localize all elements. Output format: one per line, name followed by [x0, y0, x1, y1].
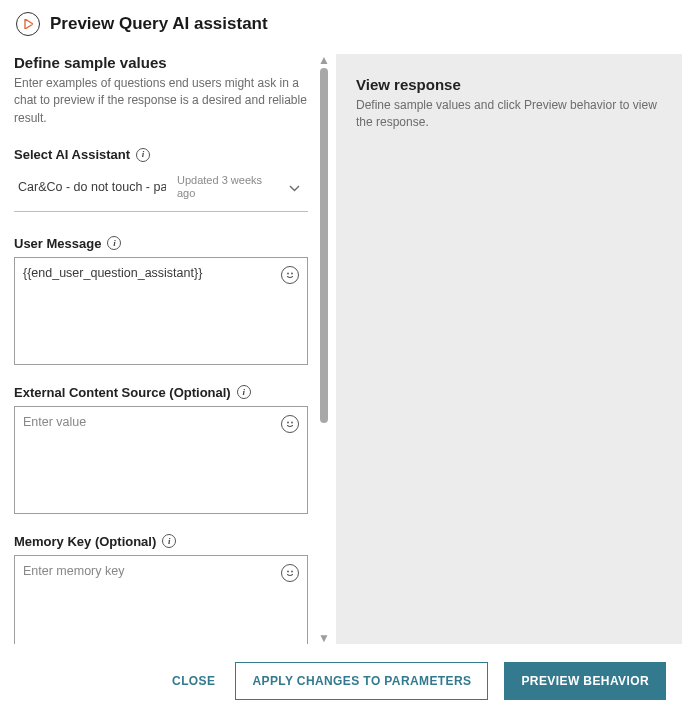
dialog-title: Preview Query AI assistant — [50, 14, 268, 34]
external-content-placeholder: Enter value — [23, 415, 273, 429]
info-icon[interactable]: i — [162, 534, 176, 548]
scroll-down-icon[interactable]: ▼ — [318, 632, 330, 644]
define-section: Define sample values Enter examples of q… — [14, 54, 308, 127]
info-icon[interactable]: i — [237, 385, 251, 399]
memory-key-placeholder: Enter memory key — [23, 564, 273, 578]
svg-point-2 — [291, 272, 293, 274]
svg-marker-0 — [25, 19, 33, 29]
memory-key-label: Memory Key (Optional) — [14, 534, 156, 549]
form-scroll-area[interactable]: Define sample values Enter examples of q… — [14, 54, 314, 644]
assistant-select[interactable]: Car&Co - do not touch - pa Updated 3 wee… — [14, 168, 308, 211]
apply-changes-button[interactable]: APPLY CHANGES TO PARAMETERS — [235, 662, 488, 700]
emoji-icon[interactable] — [281, 266, 299, 284]
scroll-thumb[interactable] — [320, 68, 328, 423]
define-title: Define sample values — [14, 54, 308, 71]
emoji-icon[interactable] — [281, 564, 299, 582]
memory-key-input[interactable]: Enter memory key — [14, 555, 308, 644]
svg-point-6 — [291, 570, 293, 572]
svg-point-4 — [291, 421, 293, 423]
dialog-header: Preview Query AI assistant — [0, 0, 682, 46]
assistant-field: Select AI Assistant i Car&Co - do not to… — [14, 147, 308, 211]
scroll-up-icon[interactable]: ▲ — [318, 54, 330, 66]
svg-point-3 — [287, 421, 289, 423]
assistant-select-meta: Updated 3 weeks ago — [177, 174, 272, 200]
user-message-value: {{end_user_question_assistant}} — [23, 266, 273, 280]
assistant-label: Select AI Assistant — [14, 147, 130, 162]
close-button[interactable]: CLOSE — [168, 664, 219, 698]
info-icon[interactable]: i — [136, 148, 150, 162]
define-desc: Enter examples of questions end users mi… — [14, 75, 308, 127]
svg-point-5 — [287, 570, 289, 572]
play-icon — [16, 12, 40, 36]
response-desc: Define sample values and click Preview b… — [356, 97, 662, 132]
left-panel: Define sample values Enter examples of q… — [14, 54, 314, 644]
chevron-down-icon — [283, 180, 306, 195]
response-panel: View response Define sample values and c… — [336, 54, 682, 644]
user-message-input[interactable]: {{end_user_question_assistant}} — [14, 257, 308, 365]
svg-point-1 — [287, 272, 289, 274]
dialog-footer: CLOSE APPLY CHANGES TO PARAMETERS PREVIE… — [0, 644, 682, 700]
info-icon[interactable]: i — [107, 236, 121, 250]
user-message-field: User Message i {{end_user_question_assis… — [14, 236, 308, 365]
emoji-icon[interactable] — [281, 415, 299, 433]
assistant-select-value: Car&Co - do not touch - pa — [18, 180, 166, 194]
external-content-label: External Content Source (Optional) — [14, 385, 231, 400]
user-message-label: User Message — [14, 236, 101, 251]
scrollbar[interactable]: ▲ ▼ — [316, 54, 332, 644]
response-title: View response — [356, 76, 662, 93]
external-content-field: External Content Source (Optional) i Ent… — [14, 385, 308, 514]
external-content-input[interactable]: Enter value — [14, 406, 308, 514]
preview-behavior-button[interactable]: PREVIEW BEHAVIOR — [504, 662, 666, 700]
memory-key-field: Memory Key (Optional) i Enter memory key — [14, 534, 308, 644]
